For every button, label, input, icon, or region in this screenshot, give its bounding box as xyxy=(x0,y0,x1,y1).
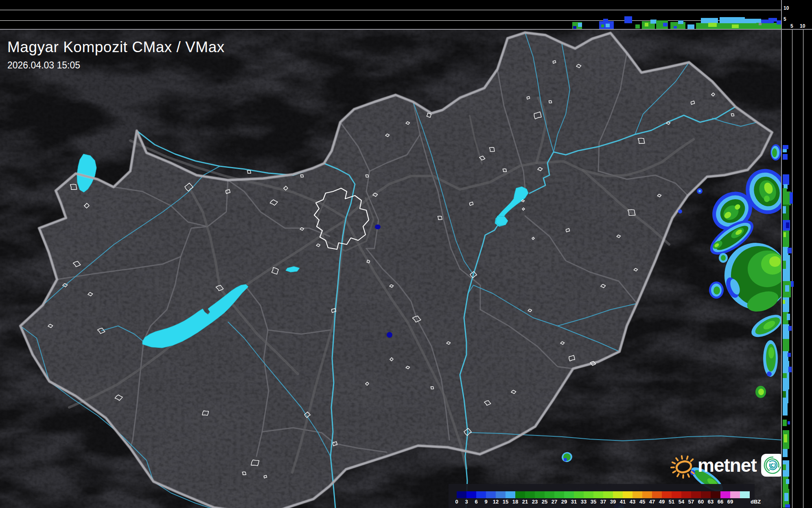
vmax-echo-segment xyxy=(624,16,632,23)
vmax-top-cross-section-panel xyxy=(0,0,782,30)
vmax-echo-segment xyxy=(784,493,788,501)
vmax-echo-segment xyxy=(573,26,576,29)
vmax-echo-segment xyxy=(788,353,791,357)
legend-tick-label: 3 xyxy=(465,499,468,505)
legend-color-cell xyxy=(711,491,720,498)
vmax-echo-segment xyxy=(787,314,790,320)
legend-color-cell xyxy=(457,491,466,498)
dbz-legend: 0369121518212325272931333537394143454749… xyxy=(449,484,755,508)
radar-echo xyxy=(698,190,701,192)
vmax-echo-segment xyxy=(788,248,792,253)
legend-color-cell xyxy=(466,491,476,498)
radar-echo xyxy=(678,209,682,213)
legend-tick-label: 12 xyxy=(493,499,499,505)
radar-echo xyxy=(758,389,764,395)
legend-unit-label: dBZ xyxy=(751,499,761,505)
legend-color-cell xyxy=(720,491,730,498)
radar-map: Magyar Kompozit CMax / VMax 2026.04.03 1… xyxy=(0,30,782,508)
legend-tick-label: 23 xyxy=(532,499,538,505)
title-block: Magyar Kompozit CMax / VMax 2026.04.03 1… xyxy=(7,39,225,71)
panel-divider-vertical xyxy=(781,0,782,508)
legend-color-cell xyxy=(476,491,486,498)
vmax-echo-segment xyxy=(784,434,787,442)
vmax-echo-segment xyxy=(720,17,745,23)
altitude-tick-5: 5 xyxy=(784,17,786,22)
legend-color-cell xyxy=(525,491,535,498)
legend-tick-label: 57 xyxy=(688,499,694,505)
vmax-echo-segment xyxy=(759,23,762,25)
legend-tick-label: 47 xyxy=(649,499,655,505)
legend-color-cell xyxy=(496,491,506,498)
legend-color-cell xyxy=(691,491,701,498)
timestamp: 2026.04.03 15:05 xyxy=(7,60,225,71)
vmax-echo-segment xyxy=(783,300,785,304)
legend-tick-label: 33 xyxy=(581,499,587,505)
vmax-echo-segment xyxy=(783,403,788,416)
vmax-echo-segment xyxy=(783,464,786,470)
radar-echo xyxy=(387,332,392,338)
sun-icon xyxy=(670,450,697,481)
vmax-echo-segment xyxy=(788,326,792,331)
legend-color-cell xyxy=(554,491,564,498)
vmax-echo-segment xyxy=(601,24,604,27)
legend-color-cell xyxy=(584,491,593,498)
legend-color-cell xyxy=(652,491,662,498)
radar-echo xyxy=(772,148,777,157)
vmax-echo-segment xyxy=(606,24,610,27)
legend-color-cell xyxy=(681,491,691,498)
vmax-echo-segment xyxy=(788,421,790,424)
vmax-echo-segment xyxy=(783,391,786,398)
vmax-echo-segment xyxy=(784,232,786,237)
vmax-echo-segment xyxy=(674,26,677,29)
vmax-echo-segment xyxy=(696,23,758,29)
legend-color-cell xyxy=(623,491,633,498)
legend-tick-label: 29 xyxy=(561,499,567,505)
legend-color-cell xyxy=(535,491,545,498)
legend-color-cell xyxy=(564,491,574,498)
distance-gridline xyxy=(803,30,803,508)
legend-tick-label: 9 xyxy=(484,499,487,505)
legend-tick-label: 35 xyxy=(591,499,596,505)
vmax-echo-segment xyxy=(791,281,794,287)
legend-color-cell xyxy=(545,491,554,498)
legend-color-cell xyxy=(593,491,603,498)
vmax-echo-segment xyxy=(708,23,717,27)
vmax-echo-segment xyxy=(783,339,789,351)
vmax-echo-segment xyxy=(790,192,793,204)
legend-color-cell xyxy=(642,491,652,498)
vmax-echo-segment xyxy=(687,24,694,29)
legend-tick-label: 63 xyxy=(708,499,714,505)
vmax-echo-segment xyxy=(783,154,788,160)
legend-tick-label: 6 xyxy=(475,499,477,505)
legend-tick-label: 45 xyxy=(639,499,645,505)
vmax-echo-segment xyxy=(603,19,608,24)
vmax-echo-segment xyxy=(786,479,789,484)
radar-echo xyxy=(721,255,726,261)
vmax-echo-segment xyxy=(663,23,668,26)
vmax-echo-segment xyxy=(645,23,648,26)
legend-tick-label: 18 xyxy=(512,499,518,505)
radar-echo xyxy=(714,286,720,295)
legend-color-cell xyxy=(486,491,496,498)
legend-tick-label: 37 xyxy=(600,499,606,505)
legend-color-cell xyxy=(662,491,672,498)
legend-tick-label: 43 xyxy=(630,499,635,505)
altitude-tick-10: 10 xyxy=(784,6,789,11)
radar-echo xyxy=(764,196,770,202)
vmax-echo-segment xyxy=(785,504,790,508)
legend-color-cell xyxy=(515,491,525,498)
legend-color-cell xyxy=(613,491,623,498)
metnet-logo[interactable]: metnet xyxy=(670,448,782,482)
vmax-echo-segment xyxy=(783,420,787,426)
vmax-echo-segment xyxy=(783,206,786,213)
legend-tick-label: 27 xyxy=(552,499,557,505)
metnet-wordmark[interactable]: metnet xyxy=(698,454,757,476)
legend-tick-label: 25 xyxy=(542,499,547,505)
hungary-map-canvas xyxy=(0,30,782,508)
vmax-echo-segment xyxy=(785,285,789,292)
radar-echo xyxy=(769,256,781,267)
vmax-echo-segment xyxy=(783,174,789,185)
metnet-app-icon[interactable] xyxy=(761,453,782,477)
vmax-echo-segment xyxy=(788,367,792,372)
vmax-echo-segment xyxy=(783,373,787,378)
